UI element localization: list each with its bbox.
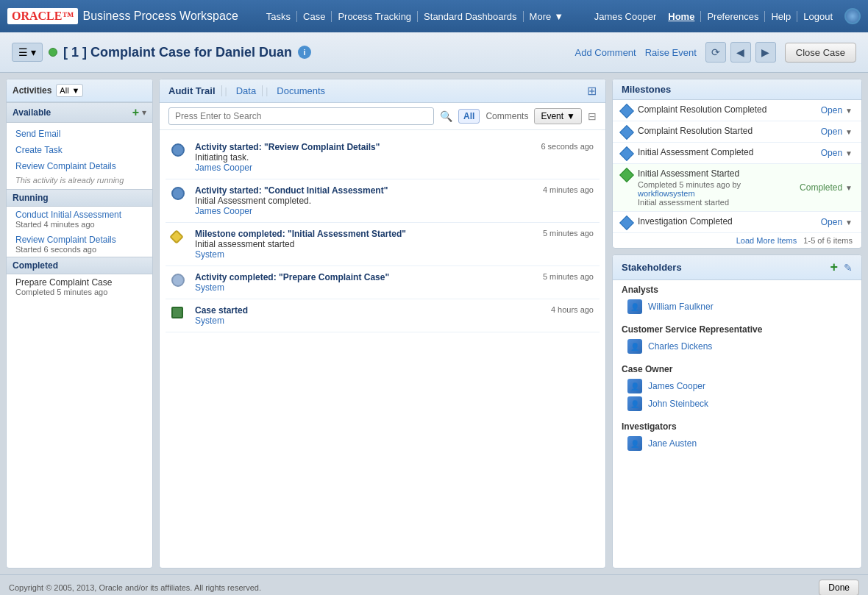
info-icon[interactable]: i xyxy=(298,46,311,59)
main-content: Activities All ▼ Available + ▾ Send Emai… xyxy=(0,73,868,574)
activity-review-complaint[interactable]: Review Complaint Details xyxy=(7,158,152,174)
edit-stakeholder-icon[interactable]: ✎ xyxy=(844,262,853,274)
done-button[interactable]: Done xyxy=(819,580,859,595)
nav-standard-dashboards[interactable]: Standard Dashboards xyxy=(418,11,523,22)
milestone-completed-detail: Completed 5 minutes ago by xyxy=(638,180,741,189)
audit-content: Case started 4 hours ago System xyxy=(195,305,594,326)
audit-content: Milestone completed: "Initial Assessment… xyxy=(195,229,594,260)
table-row: Activity started: "Review Complaint Deta… xyxy=(166,136,600,179)
audit-content: Activity completed: "Prepare Complaint C… xyxy=(195,272,594,293)
stakeholders-panel: Stakeholders + ✎ Analysts 👤 William Faul… xyxy=(612,254,862,569)
milestone-assessment-detail: Initial assessment started xyxy=(638,198,800,207)
milestone-chevron-icon[interactable]: ▼ xyxy=(845,107,853,115)
filter-options-icon[interactable]: ⊟ xyxy=(588,110,597,122)
milestone-status[interactable]: Open xyxy=(821,127,842,137)
milestone-diamond-icon xyxy=(619,104,634,118)
activities-menu-icon[interactable]: ▾ xyxy=(142,107,146,118)
table-row: Activity completed: "Prepare Complaint C… xyxy=(166,266,600,299)
chevron-down-icon: ▼ xyxy=(554,11,563,22)
audit-entry-time: 5 minutes ago xyxy=(543,272,594,281)
milestone-workflow-link[interactable]: workflowsystem xyxy=(638,189,695,198)
list-item: Conduct Initial Assessment Started 4 min… xyxy=(7,207,152,232)
person-name[interactable]: William Faulkner xyxy=(648,302,714,312)
list-item: 👤 Charles Dickens xyxy=(622,338,853,355)
milestone-chevron-icon[interactable]: ▼ xyxy=(845,218,853,227)
audit-entry-title: Activity started: "Conduct Initial Asses… xyxy=(195,185,388,196)
milestone-chevron-icon[interactable]: ▼ xyxy=(845,128,853,136)
add-activity-button[interactable]: + xyxy=(132,106,139,119)
person-name[interactable]: John Steinbeck xyxy=(648,399,708,409)
menu-button[interactable]: ☰ ▾ xyxy=(12,43,43,62)
completed-activities: Prepare Complaint Case Completed 5 minut… xyxy=(7,274,152,299)
completed-title: Completed xyxy=(13,260,58,271)
tab-documents[interactable]: Documents xyxy=(271,85,331,96)
list-item: Review Complaint Details Started 6 secon… xyxy=(7,232,152,257)
person-name[interactable]: Jane Austen xyxy=(648,438,697,449)
person-name[interactable]: Charles Dickens xyxy=(648,341,712,352)
milestone-left: Initial Assessment Completed xyxy=(622,147,753,159)
nav-tasks[interactable]: Tasks xyxy=(260,11,297,22)
person-name[interactable]: James Cooper xyxy=(648,381,705,391)
case-owner-group-title: Case Owner xyxy=(622,364,853,374)
milestone-name: Initial Assessment Started xyxy=(638,168,800,179)
refresh-icon[interactable]: ⟳ xyxy=(705,42,726,63)
forward-icon[interactable]: ▶ xyxy=(755,42,776,63)
nav-logout[interactable]: Logout xyxy=(797,11,833,22)
case-header-actions: Add Comment Raise Event ⟳ ◀ ▶ Close Case xyxy=(575,42,856,63)
case-title: [ 1 ] Complaint Case for Daniel Duan xyxy=(63,45,292,60)
search-input[interactable] xyxy=(168,107,434,125)
running-review-complaint[interactable]: Review Complaint Details xyxy=(15,235,143,245)
filter-comments[interactable]: Comments xyxy=(485,111,528,121)
activities-filter[interactable]: All ▼ xyxy=(56,84,83,97)
milestone-status[interactable]: Open xyxy=(821,105,842,115)
tab-audit-trail[interactable]: Audit Trail xyxy=(168,85,222,96)
raise-event-link[interactable]: Raise Event xyxy=(645,47,697,58)
milestone-status[interactable]: Open xyxy=(821,217,842,227)
activity-already-running-note: This activity is already running xyxy=(7,174,152,186)
milestones-panel: Milestones Complaint Resolution Complete… xyxy=(612,79,862,249)
audit-entry-user[interactable]: James Cooper xyxy=(195,163,594,173)
add-stakeholder-icon[interactable]: + xyxy=(830,260,838,275)
audit-entry-time: 4 hours ago xyxy=(551,305,594,314)
add-comment-link[interactable]: Add Comment xyxy=(575,47,636,58)
running-conduct-initial[interactable]: Conduct Initial Assessment xyxy=(15,210,143,220)
milestone-chevron-icon[interactable]: ▼ xyxy=(845,184,853,192)
nav-links: Tasks Case Process Tracking Standard Das… xyxy=(260,11,594,22)
audit-trail-panel: Audit Trail | Data | Documents ⊞ 🔍 All C… xyxy=(159,79,606,569)
milestone-diamond-icon xyxy=(619,215,634,230)
app-title: Business Process Workspace xyxy=(82,10,238,23)
milestone-detail-group: Initial Assessment Started Completed 5 m… xyxy=(638,168,800,207)
milestone-right: Open ▼ xyxy=(821,105,853,115)
footer: Copyright © 2005, 2013, Oracle and/or it… xyxy=(0,574,868,595)
nav-more[interactable]: More ▼ xyxy=(524,11,570,22)
running-time-1: Started 4 minutes ago xyxy=(15,220,143,229)
list-item: Prepare Complaint Case Completed 5 minut… xyxy=(7,274,152,299)
audit-refresh-icon[interactable]: ⊞ xyxy=(587,84,597,98)
activity-create-task[interactable]: Create Task xyxy=(7,142,152,158)
completed-time-1: Completed 5 minutes ago xyxy=(15,288,143,296)
audit-entry-time: 5 minutes ago xyxy=(543,229,594,238)
filter-all-button[interactable]: All xyxy=(458,109,480,124)
nav-process-tracking[interactable]: Process Tracking xyxy=(332,11,418,22)
nav-home[interactable]: Home xyxy=(668,11,694,22)
milestone-status[interactable]: Open xyxy=(821,148,842,158)
nav-help[interactable]: Help xyxy=(764,11,791,22)
search-icon[interactable]: 🔍 xyxy=(440,110,452,122)
back-icon[interactable]: ◀ xyxy=(730,42,751,63)
milestone-status: Completed xyxy=(800,182,842,193)
nav-case[interactable]: Case xyxy=(297,11,332,22)
available-activities: Send Email Create Task Review Complaint … xyxy=(7,123,152,189)
nav-preferences[interactable]: Preferences xyxy=(700,11,758,22)
milestone-chevron-icon[interactable]: ▼ xyxy=(845,149,853,157)
milestone-name: Investigation Completed xyxy=(638,216,733,227)
activity-send-email[interactable]: Send Email xyxy=(7,126,152,142)
event-dropdown[interactable]: Event ▼ xyxy=(534,108,582,124)
audit-icon-col xyxy=(171,272,189,293)
audit-entry-user: System xyxy=(195,282,594,293)
load-more-link[interactable]: Load More Items xyxy=(736,236,797,245)
audit-entry-user[interactable]: James Cooper xyxy=(195,206,594,216)
activity-icon xyxy=(171,143,185,157)
close-case-button[interactable]: Close Case xyxy=(785,43,856,63)
audit-header-row: Milestone completed: "Initial Assessment… xyxy=(195,229,594,239)
tab-data[interactable]: Data xyxy=(230,85,263,96)
